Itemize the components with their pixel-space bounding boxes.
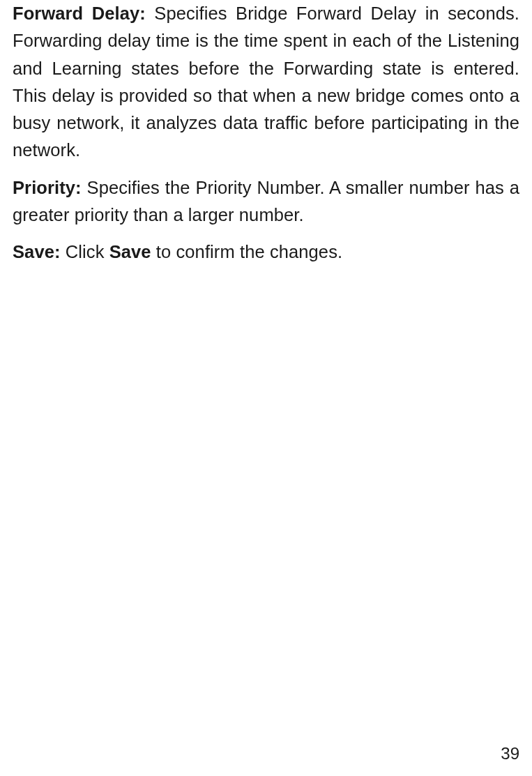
paragraph-priority: Priority: Specifies the Priority Number.… bbox=[13, 174, 519, 229]
term-priority: Priority: bbox=[13, 178, 82, 197]
document-content: Forward Delay: Specifies Bridge Forward … bbox=[13, 0, 519, 266]
text-save-after: to confirm the changes. bbox=[151, 242, 343, 261]
text-save-before: Click bbox=[61, 242, 109, 261]
term-forward-delay: Forward Delay: bbox=[13, 3, 146, 23]
page-number: 39 bbox=[501, 744, 519, 763]
text-priority: Specifies the Priority Number. A smaller… bbox=[13, 178, 519, 225]
term-save: Save: bbox=[13, 242, 61, 261]
paragraph-save: Save: Click Save to confirm the changes. bbox=[13, 238, 519, 266]
save-bold: Save bbox=[109, 242, 151, 261]
text-forward-delay: Specifies Bridge Forward Delay in second… bbox=[13, 3, 519, 160]
paragraph-forward-delay: Forward Delay: Specifies Bridge Forward … bbox=[13, 0, 519, 165]
